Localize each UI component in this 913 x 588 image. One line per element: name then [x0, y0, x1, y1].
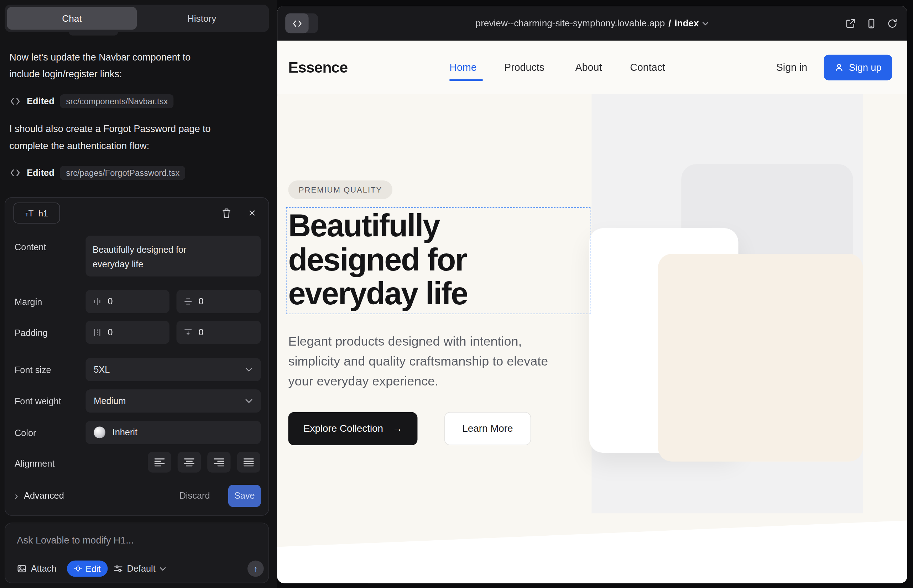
refresh-icon[interactable]: [885, 16, 899, 30]
save-button[interactable]: Save: [228, 485, 261, 507]
chat-message: Now let's update the Navbar component to…: [9, 49, 214, 82]
tab-chat[interactable]: Chat: [7, 7, 137, 30]
advanced-toggle[interactable]: › Advanced: [15, 485, 64, 507]
preview-topbar: preview--charming-site-symphony.lovable.…: [277, 6, 907, 40]
padding-vertical-icon: [183, 328, 193, 337]
font-size-select[interactable]: 5XL: [86, 358, 261, 381]
composer-placeholder[interactable]: Ask Lovable to modify H1...: [17, 535, 134, 546]
learn-more-button[interactable]: Learn More: [444, 412, 531, 445]
font-size-label: Font size: [15, 365, 51, 375]
explore-collection-label: Explore Collection: [303, 423, 383, 435]
padding-horizontal-value: 0: [108, 327, 113, 338]
send-button[interactable]: ↑: [248, 561, 264, 577]
margin-horizontal-input[interactable]: 0: [86, 290, 169, 313]
edited-file-row: Edited src/pages/ForgotPassword.tsx: [9, 165, 185, 181]
edited-file-badge[interactable]: src/pages/ForgotPassword.tsx: [60, 166, 186, 180]
content-value: Beautifully designed for everyday life: [92, 242, 218, 271]
hero-heading-line: Beautifully: [288, 208, 467, 242]
mobile-view-icon[interactable]: [864, 16, 878, 30]
chevron-right-icon: ›: [15, 491, 18, 501]
align-center-button[interactable]: [178, 452, 201, 473]
delete-element-button[interactable]: [218, 205, 235, 221]
active-nav-underline: [449, 79, 482, 81]
discard-button[interactable]: Discard: [180, 485, 210, 507]
url-page: index: [674, 18, 699, 29]
app-window: Chat History Now let's update the Navbar…: [0, 0, 913, 588]
element-editor-panel: тT h1 ✕ Content Beautifully designed for…: [5, 197, 269, 515]
edited-label: Edited: [27, 168, 54, 178]
align-left-button[interactable]: [148, 452, 171, 473]
padding-horizontal-icon: [92, 328, 102, 337]
attach-label: Attach: [31, 564, 57, 574]
color-select[interactable]: Inherit: [86, 421, 261, 444]
content-input[interactable]: Beautifully designed for everyday life: [86, 236, 261, 276]
advanced-label: Advanced: [24, 491, 64, 501]
sign-up-button[interactable]: Sign up: [824, 55, 892, 81]
align-justify-button[interactable]: [237, 452, 260, 473]
site-canvas: Essence Home Products About Contact Sign…: [277, 40, 907, 583]
element-tag-pill[interactable]: тT h1: [13, 202, 60, 223]
padding-vertical-value: 0: [199, 327, 204, 338]
code-icon: [9, 167, 21, 179]
chevron-down-icon: [245, 367, 253, 372]
image-icon: [17, 564, 27, 573]
decor-cream-card: [658, 254, 863, 462]
color-label: Color: [15, 428, 36, 438]
tab-history-label: History: [187, 13, 216, 24]
hero-heading[interactable]: Beautifully designed for everyday life: [288, 208, 467, 310]
close-editor-button[interactable]: ✕: [244, 205, 260, 221]
chevron-down-icon: [245, 399, 253, 403]
url-breadcrumb[interactable]: preview--charming-site-symphony.lovable.…: [277, 6, 907, 40]
edit-label: Edit: [86, 564, 100, 574]
open-external-icon[interactable]: [843, 16, 857, 30]
hero-heading-line: designed for: [288, 242, 467, 276]
font-weight-select[interactable]: Medium: [86, 389, 261, 412]
nav-link-contact[interactable]: Contact: [630, 40, 665, 94]
margin-vertical-value: 0: [199, 296, 204, 307]
edited-file-badge[interactable]: src/components/Navbar.tsx: [60, 94, 174, 108]
edited-file-row: Edited src/components/Navbar.tsx: [9, 93, 174, 110]
margin-vertical-input[interactable]: 0: [176, 290, 261, 313]
padding-horizontal-input[interactable]: 0: [86, 321, 169, 344]
padding-label: Padding: [15, 328, 48, 338]
nav-link-about[interactable]: About: [575, 40, 602, 94]
chat-sidebar: Chat History Now let's update the Navbar…: [0, 0, 277, 588]
site-navbar: Essence Home Products About Contact Sign…: [277, 40, 907, 94]
preview-window: preview--charming-site-symphony.lovable.…: [277, 6, 907, 583]
nav-link-products[interactable]: Products: [504, 40, 544, 94]
explore-collection-button[interactable]: Explore Collection →: [288, 412, 417, 445]
arrow-right-icon: →: [392, 423, 402, 435]
chat-message: I should also create a Forgot Password p…: [9, 120, 214, 153]
attach-button[interactable]: Attach: [17, 561, 56, 577]
align-right-button[interactable]: [207, 452, 230, 473]
margin-horizontal-value: 0: [108, 296, 113, 307]
element-tag-label: h1: [39, 208, 48, 218]
sign-up-label: Sign up: [849, 62, 882, 73]
edit-mode-button[interactable]: Edit: [67, 561, 108, 577]
chat-composer[interactable]: Ask Lovable to modify H1... Attach Edit …: [5, 522, 269, 583]
hero-bottom-wedge: [277, 519, 907, 583]
nav-link-home[interactable]: Home: [449, 40, 476, 94]
tab-history[interactable]: History: [137, 7, 267, 30]
premium-quality-badge: PREMIUM QUALITY: [288, 181, 392, 199]
color-swatch-icon: [94, 427, 105, 438]
content-label: Content: [15, 242, 46, 252]
sliders-icon: [113, 564, 123, 573]
hero-paragraph: Elegant products designed with intention…: [288, 332, 550, 391]
site-logo[interactable]: Essence: [288, 40, 348, 94]
model-default-selector[interactable]: Default: [113, 561, 166, 577]
edited-label: Edited: [27, 96, 54, 107]
sign-in-link[interactable]: Sign in: [776, 40, 808, 94]
default-label: Default: [127, 564, 155, 574]
tab-chat-label: Chat: [62, 13, 81, 24]
margin-horizontal-icon: [92, 297, 102, 306]
edit-target-icon: [74, 564, 82, 573]
margin-label: Margin: [15, 297, 42, 307]
chevron-down-icon: [160, 567, 166, 570]
url-separator: /: [669, 18, 671, 29]
padding-vertical-input[interactable]: 0: [176, 321, 261, 344]
user-icon: [834, 63, 843, 72]
margin-vertical-icon: [183, 297, 193, 306]
chevron-down-icon: [702, 21, 709, 25]
hero-heading-line: everyday life: [288, 276, 467, 311]
